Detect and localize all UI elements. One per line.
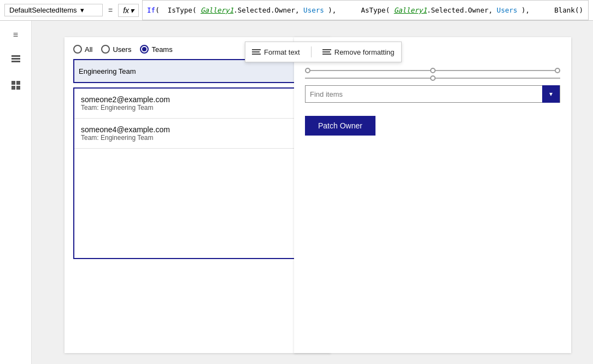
format-text-icon xyxy=(252,49,261,55)
svg-rect-3 xyxy=(11,81,15,85)
left-sidebar: ≡ xyxy=(0,21,32,364)
remove-formatting-label: Remove formatting xyxy=(334,48,395,56)
formula-bar: DefaultSelectedItems ▾ = fx ▾ If( IsType… xyxy=(0,0,593,21)
radio-all-circle xyxy=(73,45,82,54)
slider-dot-bottom-mid[interactable] xyxy=(430,75,436,81)
team-dropdown[interactable]: Engineering Team ▾ xyxy=(73,59,322,83)
radio-teams[interactable]: Teams xyxy=(140,45,172,54)
sidebar-icon-grid[interactable] xyxy=(8,78,24,93)
gallery-panel: someone2@example.com Team: Engineering T… xyxy=(73,87,322,259)
main-area: ≡ xyxy=(0,21,593,364)
svg-rect-6 xyxy=(16,86,20,90)
gallery-item-1[interactable]: someone4@example.com Team: Engineering T… xyxy=(74,119,321,149)
left-canvas-panel: All Users Teams Engineering Team ▾ xyxy=(64,37,331,353)
toolbar-separator xyxy=(311,46,312,57)
gallery-item-1-team: Team: Engineering Team xyxy=(81,134,312,142)
slider-track[interactable] xyxy=(305,68,560,73)
right-canvas-panel: Users Teams xyxy=(294,37,571,353)
formula-code-display[interactable]: If( IsType( Gallery1.Selected.Owner, Use… xyxy=(142,0,589,20)
equals-sign: = xyxy=(106,6,115,15)
sidebar-icon-menu[interactable]: ≡ xyxy=(8,27,24,43)
svg-rect-1 xyxy=(11,61,20,62)
property-dropdown[interactable]: DefaultSelectedItems ▾ xyxy=(4,4,103,16)
radio-all[interactable]: All xyxy=(73,45,92,54)
slider-track-bottom[interactable] xyxy=(305,75,560,81)
find-items-input[interactable] xyxy=(306,90,542,98)
radio-teams-circle xyxy=(140,45,149,54)
radio-all-label: All xyxy=(85,45,92,54)
slider-dot-mid[interactable] xyxy=(430,68,436,73)
gallery-item-0-content: someone2@example.com Team: Engineering T… xyxy=(81,95,312,111)
patch-owner-button[interactable]: Patch Owner xyxy=(305,116,375,136)
find-dropdown-button[interactable]: ▾ xyxy=(542,85,560,103)
svg-rect-0 xyxy=(11,58,20,60)
fx-label: fx xyxy=(123,6,129,15)
radio-users-label: Users xyxy=(113,45,131,54)
gallery-item-1-content: someone4@example.com Team: Engineering T… xyxy=(81,125,312,142)
format-text-button[interactable]: Format text xyxy=(252,48,300,56)
find-items-input-wrapper[interactable]: ▾ xyxy=(305,85,560,103)
format-toolbar: Format text Remove formatting xyxy=(245,42,402,62)
remove-formatting-button[interactable]: Remove formatting xyxy=(322,48,395,56)
formula-code-text: If( IsType( Gallery1.Selected.Owner, Use… xyxy=(147,6,583,14)
team-dropdown-value: Engineering Team xyxy=(79,67,136,75)
svg-rect-2 xyxy=(11,55,20,57)
svg-rect-4 xyxy=(16,81,20,85)
gallery-item-0[interactable]: someone2@example.com Team: Engineering T… xyxy=(74,89,321,119)
dropdown-chevron-icon: ▾ xyxy=(80,6,98,14)
radio-users-circle xyxy=(101,45,110,54)
remove-formatting-icon xyxy=(322,49,331,55)
sidebar-icon-layers[interactable] xyxy=(8,52,24,68)
format-text-label: Format text xyxy=(264,48,300,56)
gallery-empty-area xyxy=(74,149,321,258)
gallery-item-0-email: someone2@example.com xyxy=(81,95,312,104)
radio-teams-label: Teams xyxy=(151,45,172,54)
canvas-area: Format text Remove formatting All xyxy=(32,21,593,364)
radio-users[interactable]: Users xyxy=(101,45,131,54)
fx-button[interactable]: fx ▾ xyxy=(118,4,139,17)
fx-chevron-icon: ▾ xyxy=(130,6,134,15)
find-bar-area: ▾ xyxy=(305,68,560,103)
gallery-item-0-team: Team: Engineering Team xyxy=(81,104,312,111)
svg-rect-5 xyxy=(11,86,15,90)
slider-dot-right[interactable] xyxy=(555,68,560,73)
slider-dot-left[interactable] xyxy=(305,68,310,73)
gallery-item-1-email: someone4@example.com xyxy=(81,125,312,134)
property-dropdown-label: DefaultSelectedItems xyxy=(9,6,77,14)
